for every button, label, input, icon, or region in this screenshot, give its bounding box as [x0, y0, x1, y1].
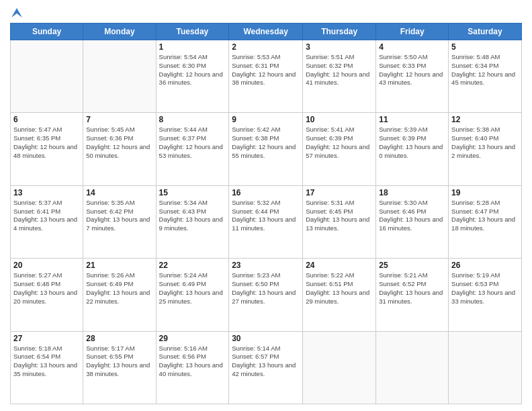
calendar-cell: 12Sunrise: 5:38 AM Sunset: 6:40 PM Dayli… — [449, 113, 522, 185]
calendar-cell: 3Sunrise: 5:51 AM Sunset: 6:32 PM Daylig… — [303, 40, 376, 113]
cell-day-info: Sunrise: 5:28 AM Sunset: 6:47 PM Dayligh… — [451, 199, 519, 233]
calendar-cell: 20Sunrise: 5:27 AM Sunset: 6:48 PM Dayli… — [11, 259, 83, 331]
calendar-cell: 5Sunrise: 5:48 AM Sunset: 6:34 PM Daylig… — [449, 40, 522, 113]
calendar-table: SundayMondayTuesdayWednesdayThursdayFrid… — [10, 23, 522, 404]
cell-day-number: 1 — [159, 42, 226, 52]
cell-day-number: 6 — [13, 115, 80, 124]
cell-day-info: Sunrise: 5:51 AM Sunset: 6:32 PM Dayligh… — [306, 53, 373, 87]
calendar-week-4: 20Sunrise: 5:27 AM Sunset: 6:48 PM Dayli… — [11, 259, 522, 331]
cell-day-number: 2 — [232, 42, 300, 52]
calendar-cell: 24Sunrise: 5:22 AM Sunset: 6:51 PM Dayli… — [303, 259, 376, 331]
cell-day-info: Sunrise: 5:23 AM Sunset: 6:50 PM Dayligh… — [232, 271, 300, 306]
calendar-cell: 26Sunrise: 5:19 AM Sunset: 6:53 PM Dayli… — [449, 259, 522, 331]
calendar-cell: 17Sunrise: 5:31 AM Sunset: 6:45 PM Dayli… — [303, 185, 376, 258]
cell-day-number: 25 — [379, 261, 445, 270]
calendar-cell: 23Sunrise: 5:23 AM Sunset: 6:50 PM Dayli… — [229, 259, 303, 331]
calendar-header-row: SundayMondayTuesdayWednesdayThursdayFrid… — [11, 24, 522, 40]
calendar-cell — [83, 40, 156, 113]
header — [10, 7, 522, 17]
cell-day-info: Sunrise: 5:30 AM Sunset: 6:46 PM Dayligh… — [379, 199, 445, 233]
cell-day-info: Sunrise: 5:16 AM Sunset: 6:56 PM Dayligh… — [159, 345, 226, 379]
cell-day-number: 12 — [451, 115, 519, 124]
cell-day-number: 13 — [13, 188, 80, 197]
calendar-cell: 19Sunrise: 5:28 AM Sunset: 6:47 PM Dayli… — [449, 185, 522, 258]
cell-day-info: Sunrise: 5:39 AM Sunset: 6:39 PM Dayligh… — [379, 126, 445, 160]
cell-day-info: Sunrise: 5:21 AM Sunset: 6:52 PM Dayligh… — [379, 271, 445, 306]
calendar-cell — [376, 331, 449, 404]
calendar-week-3: 13Sunrise: 5:37 AM Sunset: 6:41 PM Dayli… — [11, 185, 522, 258]
calendar-cell: 13Sunrise: 5:37 AM Sunset: 6:41 PM Dayli… — [11, 185, 83, 258]
calendar-cell: 8Sunrise: 5:44 AM Sunset: 6:37 PM Daylig… — [156, 113, 229, 185]
cell-day-info: Sunrise: 5:18 AM Sunset: 6:54 PM Dayligh… — [13, 345, 80, 379]
cell-day-info: Sunrise: 5:41 AM Sunset: 6:39 PM Dayligh… — [306, 126, 373, 160]
calendar-cell: 16Sunrise: 5:32 AM Sunset: 6:44 PM Dayli… — [229, 185, 303, 258]
cell-day-number: 22 — [159, 261, 226, 270]
cell-day-info: Sunrise: 5:38 AM Sunset: 6:40 PM Dayligh… — [451, 126, 519, 160]
page: SundayMondayTuesdayWednesdayThursdayFrid… — [0, 0, 532, 411]
cell-day-info: Sunrise: 5:48 AM Sunset: 6:34 PM Dayligh… — [451, 53, 519, 87]
cell-day-number: 26 — [451, 261, 519, 270]
day-header-tuesday: Tuesday — [156, 24, 229, 40]
cell-day-number: 8 — [159, 115, 226, 124]
cell-day-info: Sunrise: 5:14 AM Sunset: 6:57 PM Dayligh… — [232, 345, 300, 379]
day-header-sunday: Sunday — [11, 24, 83, 40]
calendar-cell: 11Sunrise: 5:39 AM Sunset: 6:39 PM Dayli… — [376, 113, 449, 185]
cell-day-number: 21 — [86, 261, 152, 270]
calendar-cell: 14Sunrise: 5:35 AM Sunset: 6:42 PM Dayli… — [83, 185, 156, 258]
calendar-cell — [11, 40, 83, 113]
cell-day-number: 7 — [86, 115, 152, 124]
cell-day-info: Sunrise: 5:27 AM Sunset: 6:48 PM Dayligh… — [13, 271, 80, 306]
day-header-saturday: Saturday — [449, 24, 522, 40]
calendar-cell: 4Sunrise: 5:50 AM Sunset: 6:33 PM Daylig… — [376, 40, 449, 113]
calendar-cell: 9Sunrise: 5:42 AM Sunset: 6:38 PM Daylig… — [229, 113, 303, 185]
cell-day-number: 14 — [86, 188, 152, 197]
cell-day-number: 24 — [306, 261, 373, 270]
cell-day-number: 16 — [232, 188, 300, 197]
calendar-cell: 22Sunrise: 5:24 AM Sunset: 6:49 PM Dayli… — [156, 259, 229, 331]
cell-day-number: 9 — [232, 115, 300, 124]
cell-day-info: Sunrise: 5:17 AM Sunset: 6:55 PM Dayligh… — [86, 345, 152, 379]
cell-day-number: 18 — [379, 188, 445, 197]
cell-day-info: Sunrise: 5:42 AM Sunset: 6:38 PM Dayligh… — [232, 126, 300, 160]
logo — [10, 7, 22, 17]
cell-day-number: 20 — [13, 261, 80, 270]
calendar-cell: 15Sunrise: 5:34 AM Sunset: 6:43 PM Dayli… — [156, 185, 229, 258]
cell-day-info: Sunrise: 5:37 AM Sunset: 6:41 PM Dayligh… — [13, 199, 80, 233]
cell-day-number: 10 — [306, 115, 373, 124]
cell-day-info: Sunrise: 5:31 AM Sunset: 6:45 PM Dayligh… — [306, 199, 373, 233]
cell-day-number: 15 — [159, 188, 226, 197]
cell-day-info: Sunrise: 5:35 AM Sunset: 6:42 PM Dayligh… — [86, 199, 152, 233]
cell-day-number: 11 — [379, 115, 445, 124]
calendar-cell: 21Sunrise: 5:26 AM Sunset: 6:49 PM Dayli… — [83, 259, 156, 331]
cell-day-info: Sunrise: 5:34 AM Sunset: 6:43 PM Dayligh… — [159, 199, 226, 233]
calendar-cell — [303, 331, 376, 404]
cell-day-number: 19 — [451, 188, 519, 197]
cell-day-number: 30 — [232, 334, 300, 343]
cell-day-info: Sunrise: 5:19 AM Sunset: 6:53 PM Dayligh… — [451, 271, 519, 306]
calendar-cell: 29Sunrise: 5:16 AM Sunset: 6:56 PM Dayli… — [156, 331, 229, 404]
calendar-week-2: 6Sunrise: 5:47 AM Sunset: 6:35 PM Daylig… — [11, 113, 522, 185]
calendar-cell: 7Sunrise: 5:45 AM Sunset: 6:36 PM Daylig… — [83, 113, 156, 185]
cell-day-number: 3 — [306, 42, 373, 52]
day-header-friday: Friday — [376, 24, 449, 40]
cell-day-info: Sunrise: 5:47 AM Sunset: 6:35 PM Dayligh… — [13, 126, 80, 160]
day-header-monday: Monday — [83, 24, 156, 40]
cell-day-info: Sunrise: 5:54 AM Sunset: 6:30 PM Dayligh… — [159, 53, 226, 87]
cell-day-number: 29 — [159, 334, 226, 343]
cell-day-info: Sunrise: 5:50 AM Sunset: 6:33 PM Dayligh… — [379, 53, 445, 87]
calendar-cell: 1Sunrise: 5:54 AM Sunset: 6:30 PM Daylig… — [156, 40, 229, 113]
day-header-wednesday: Wednesday — [229, 24, 303, 40]
cell-day-info: Sunrise: 5:53 AM Sunset: 6:31 PM Dayligh… — [232, 53, 300, 87]
calendar-cell: 27Sunrise: 5:18 AM Sunset: 6:54 PM Dayli… — [11, 331, 83, 404]
cell-day-info: Sunrise: 5:22 AM Sunset: 6:51 PM Dayligh… — [306, 271, 373, 306]
cell-day-info: Sunrise: 5:24 AM Sunset: 6:49 PM Dayligh… — [159, 271, 226, 306]
cell-day-number: 17 — [306, 188, 373, 197]
cell-day-number: 28 — [86, 334, 152, 343]
day-header-thursday: Thursday — [303, 24, 376, 40]
calendar-cell: 6Sunrise: 5:47 AM Sunset: 6:35 PM Daylig… — [11, 113, 83, 185]
logo-icon — [11, 7, 22, 17]
cell-day-info: Sunrise: 5:45 AM Sunset: 6:36 PM Dayligh… — [86, 126, 152, 160]
calendar-cell: 18Sunrise: 5:30 AM Sunset: 6:46 PM Dayli… — [376, 185, 449, 258]
calendar-cell: 28Sunrise: 5:17 AM Sunset: 6:55 PM Dayli… — [83, 331, 156, 404]
cell-day-number: 5 — [451, 42, 519, 52]
